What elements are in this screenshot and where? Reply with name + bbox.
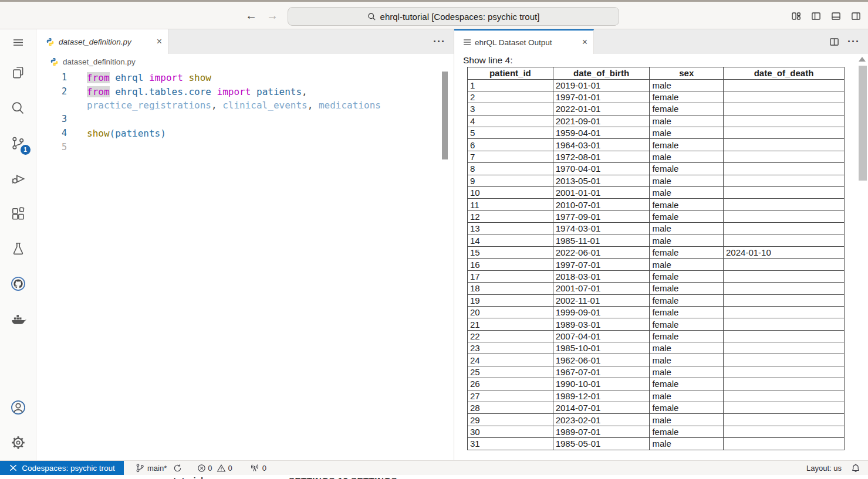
table-cell: female: [650, 426, 724, 437]
forward-arrow-icon[interactable]: →: [266, 9, 278, 22]
sidebar-item-explorer[interactable]: [0, 55, 36, 90]
code-line[interactable]: 2from ehrql.tables.core import patients,: [36, 85, 454, 99]
table-cell: [724, 306, 845, 318]
toggle-panel-icon[interactable]: [831, 11, 841, 21]
table-cell: 15: [468, 246, 553, 258]
table-row: 112010-07-01female: [468, 199, 845, 210]
problems-status[interactable]: 0 0: [197, 464, 232, 473]
line-number: 1: [36, 71, 67, 85]
code-line[interactable]: 4show(patients): [36, 127, 454, 141]
sidebar-item-extensions[interactable]: [0, 196, 36, 231]
tab-label: ehrQL Dataset Output: [475, 38, 552, 47]
sidebar-item-docker[interactable]: [0, 301, 36, 337]
sync-icon[interactable]: [173, 464, 182, 473]
split-editor-icon[interactable]: [829, 37, 839, 47]
table-cell: male: [650, 175, 724, 186]
code-line[interactable]: 3: [36, 113, 454, 127]
table-cell: 19: [468, 294, 553, 306]
table-cell: 12: [468, 210, 553, 222]
tab-label: dataset_definition.py: [59, 38, 131, 46]
table-cell: female: [650, 91, 724, 103]
code-text: show(patients): [67, 127, 166, 141]
breadcrumb[interactable]: dataset_definition.py: [36, 54, 454, 69]
toggle-sidebar-icon[interactable]: [811, 11, 821, 21]
keyboard-layout-status[interactable]: Layout: us: [806, 464, 842, 473]
table-cell: [724, 378, 845, 390]
table-cell: 2024-01-10: [724, 246, 845, 258]
table-row: 131974-03-01male: [468, 223, 845, 235]
table-cell: female: [650, 306, 724, 318]
sidebar-item-search[interactable]: [0, 90, 36, 125]
account-button[interactable]: [0, 390, 36, 425]
clipped-text-right: SETTINGS 12 SETTINGS: [289, 475, 397, 479]
table-cell: male: [650, 223, 724, 235]
dataset-output-webview: Show line 4: patient_iddate_of_birthsexd…: [454, 54, 868, 460]
close-icon[interactable]: [582, 38, 587, 47]
table-cell: female: [650, 318, 724, 330]
table-row: 231985-10-01male: [468, 342, 845, 354]
code-line[interactable]: 5: [36, 141, 454, 155]
table-cell: female: [650, 199, 724, 210]
branch-status[interactable]: main*: [136, 463, 182, 473]
table-row: 21997-01-01female: [468, 91, 845, 103]
window-title: ehrql-tutorial [Codespaces: psychic trou…: [380, 12, 540, 22]
search-icon: [367, 12, 376, 21]
table-cell: 2014-07-01: [553, 402, 650, 414]
table-cell: [724, 402, 845, 414]
code-line[interactable]: practice_registrations, clinical_events,…: [36, 98, 454, 113]
table-cell: 1989-12-01: [553, 390, 650, 402]
ports-status[interactable]: 0: [250, 464, 266, 473]
sidebar-item-testing[interactable]: [0, 231, 36, 266]
line-number: 3: [36, 113, 67, 127]
code-editor[interactable]: 1from ehrql import show2from ehrql.table…: [36, 69, 454, 460]
column-header: sex: [650, 67, 724, 80]
table-cell: 29: [468, 414, 553, 426]
tab-dataset-definition[interactable]: dataset_definition.py: [36, 29, 168, 54]
sidebar-item-run-debug[interactable]: [0, 161, 36, 196]
branch-label: main*: [147, 464, 167, 473]
table-cell: 25: [468, 366, 553, 378]
table-cell: male: [650, 414, 724, 426]
scroll-up-arrow-icon[interactable]: [859, 57, 866, 62]
table-cell: 1989-07-01: [553, 426, 650, 437]
toggle-secondary-sidebar-icon[interactable]: [851, 11, 861, 21]
table-cell: [724, 199, 845, 210]
table-row: 192002-11-01female: [468, 294, 845, 306]
notifications-bell-icon[interactable]: [851, 463, 860, 473]
table-cell: 26: [468, 378, 553, 390]
webview-scrollbar[interactable]: [859, 66, 867, 181]
table-cell: female: [650, 378, 724, 390]
table-cell: [724, 330, 845, 342]
table-row: 12019-01-01male: [468, 79, 845, 91]
editor-scrollbar[interactable]: [442, 72, 448, 159]
table-cell: 1985-11-01: [553, 235, 650, 246]
table-cell: 9: [468, 175, 553, 186]
settings-button[interactable]: [0, 425, 36, 460]
panel-more-icon[interactable]: [847, 36, 860, 48]
table-row: 121977-09-01female: [468, 210, 845, 222]
table-row: 251967-07-01male: [468, 366, 845, 378]
table-row: 102001-01-01male: [468, 187, 845, 199]
tab-ehrql-dataset-output[interactable]: ehrQL Dataset Output: [454, 29, 594, 54]
table-cell: [724, 175, 845, 186]
ports-count: 0: [262, 464, 266, 473]
remote-indicator[interactable]: Codespaces: psychic trout: [0, 461, 124, 475]
breadcrumb-file[interactable]: dataset_definition.py: [63, 57, 136, 66]
editor-actions-more-icon[interactable]: [433, 36, 445, 48]
menu-button[interactable]: [0, 29, 36, 55]
table-cell: 8: [468, 163, 553, 175]
sidebar-item-source-control[interactable]: 1: [0, 125, 36, 161]
run-debug-icon: [10, 171, 26, 186]
code-line[interactable]: 1from ehrql import show: [36, 71, 454, 85]
back-arrow-icon[interactable]: ←: [245, 9, 257, 22]
table-cell: female: [650, 283, 724, 294]
table-cell: female: [650, 246, 724, 258]
extensions-icon: [11, 206, 26, 221]
table-cell: 2: [468, 91, 553, 103]
table-cell: [724, 318, 845, 330]
close-icon[interactable]: [157, 37, 162, 46]
customize-layout-icon[interactable]: [791, 11, 801, 21]
command-center-search[interactable]: ehrql-tutorial [Codespaces: psychic trou…: [288, 7, 619, 26]
column-header: date_of_birth: [553, 67, 650, 80]
sidebar-item-github[interactable]: [0, 266, 36, 301]
